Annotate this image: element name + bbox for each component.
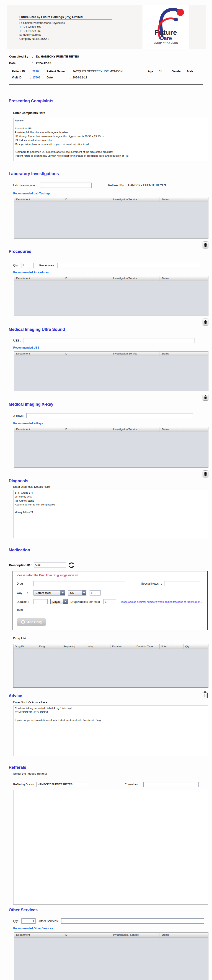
company-number: Company No.8417652-2	[19, 37, 112, 41]
way-qty-input[interactable]	[90, 590, 101, 595]
frequency-select[interactable]: OD	[68, 590, 87, 595]
drug-row: Drug : Special Notes :	[17, 581, 204, 586]
chevron-down-icon	[60, 590, 65, 595]
column-header-department: Department	[14, 352, 63, 356]
trash-icon	[204, 320, 207, 324]
column-header-status: Status	[160, 197, 208, 202]
patient-name-value: JACQUES GEOFFREY JOE MONDON	[72, 70, 148, 73]
colon: :	[156, 70, 159, 73]
meal-select-value: Before Meal	[34, 592, 53, 595]
company-email: E: jude@future.sc	[19, 33, 112, 37]
per-meal-input[interactable]	[103, 599, 116, 605]
clear-uss-table-button[interactable]	[202, 394, 208, 401]
procedures-qty-label: Qty :	[13, 264, 19, 267]
colon: :	[70, 70, 72, 73]
way-label: Way :	[17, 592, 34, 595]
trash-icon	[204, 243, 207, 247]
reffered-by-value: HANECKY FUENTE REYES	[128, 183, 166, 187]
duration-input[interactable]	[34, 599, 48, 605]
company-info: Future Care by Future Holdings (Pty) Lim…	[19, 15, 112, 41]
prescription-id-input[interactable]	[34, 563, 66, 568]
colon: :	[70, 76, 72, 79]
consulted-by-value: Dr. HANECKY FUENTE REYES	[36, 55, 79, 58]
consult-date-line: Date : 2024-12-13	[9, 61, 212, 65]
other-services-label: Other Services :	[39, 920, 59, 923]
special-notes-input[interactable]	[164, 581, 200, 586]
xray-input[interactable]	[26, 413, 193, 418]
consultant-input[interactable]	[143, 782, 199, 787]
recommended-other-services-link[interactable]: Recommended Other Services	[13, 927, 212, 930]
colon: :	[32, 61, 36, 65]
logo-word-care: Care♥	[160, 35, 172, 41]
complaints-sub-label: Enter Complaints Here	[13, 111, 212, 115]
special-notes-label: Special Notes :	[141, 582, 162, 585]
patient-name-label: Patient Name	[47, 70, 70, 73]
column-header-id: ID	[63, 197, 111, 202]
clear-procedures-table-button[interactable]	[202, 318, 208, 325]
chevron-down-icon	[82, 590, 86, 595]
fraction-note: Please add as decimal numbers when addin…	[119, 600, 204, 603]
lab-investigation-input[interactable]	[40, 183, 92, 188]
column-header-way: Way	[87, 644, 111, 649]
uss-input[interactable]	[23, 338, 194, 343]
reffering-doctor-input[interactable]	[36, 782, 88, 787]
clear-lab-table-button[interactable]	[202, 242, 208, 248]
section-title-diagnosis: Diagnosis	[9, 479, 212, 484]
recommended-procedures-link[interactable]: Recommended Procedures	[13, 271, 212, 274]
refresh-icon[interactable]	[68, 562, 74, 568]
procedures-table-body	[14, 281, 208, 316]
trash-icon	[204, 395, 207, 399]
section-title-advice: Advice	[9, 694, 202, 698]
duration-unit-select[interactable]: Day/s	[50, 599, 68, 605]
referral-list-box[interactable]	[13, 790, 208, 905]
visit-id-value: 17609	[32, 76, 47, 79]
duration-unit-value: Day/s	[51, 600, 61, 603]
recommended-xrays-link[interactable]: Recommended X-Rays	[13, 422, 212, 425]
chevron-down-icon	[63, 599, 67, 604]
procedures-input[interactable]	[57, 262, 201, 268]
add-circle-icon	[21, 620, 25, 624]
prescription-id-label: Prescription ID :	[9, 563, 32, 567]
column-header-note: Note	[159, 644, 184, 649]
other-services-field-row: Qty : Other Services :	[13, 918, 212, 924]
company-phone-2: T: +24 84 225 252	[19, 29, 112, 33]
diagnosis-textarea[interactable]: BPH Grade 3-4 LF kidney cyst RT Kidney s…	[13, 490, 208, 538]
column-header-department: Department	[14, 427, 63, 432]
clear-xray-table-button[interactable]	[202, 471, 208, 477]
reffered-by-label: Reffered By :	[108, 183, 125, 187]
xray-field-label: X-Rays :	[13, 414, 24, 417]
meal-select[interactable]: Before Meal	[34, 590, 65, 595]
lab-table: Department ID Investigation/Service Stat…	[14, 197, 208, 239]
consulted-by-label: Consulted By	[9, 55, 32, 58]
consulted-by-line: Consulted By : Dr. HANECKY FUENTE REYES	[9, 55, 212, 58]
advice-textarea[interactable]: Continue taking tamsolusin tab 0.4 mg 1 …	[13, 706, 208, 756]
other-services-input[interactable]	[61, 918, 204, 924]
complaints-textarea[interactable]: Review Abdominal US Prostate: 84.49 cubi…	[13, 118, 208, 161]
drug-input[interactable]	[34, 581, 125, 586]
patient-summary-bar: Patient ID : 7218 Patient Name : JACQUES…	[9, 68, 203, 84]
other-qty-input[interactable]	[21, 918, 35, 924]
column-header-id: ID	[63, 427, 111, 432]
procedures-qty-input[interactable]	[21, 262, 34, 268]
clear-advice-button[interactable]	[202, 691, 208, 700]
company-phone-1: T: +24 82 593 593	[19, 25, 112, 29]
reffering-doctor-label: Reffering Doctor	[13, 783, 34, 786]
duration-label: Duration :	[17, 600, 34, 603]
logo-tagline: Body Mind Soul	[143, 41, 189, 45]
recommended-lab-testings-link[interactable]: Recommended Lab Testings	[13, 192, 212, 195]
column-header-id: ID	[63, 276, 111, 281]
add-drug-button[interactable]: Add Drug	[17, 619, 46, 626]
lab-trash-row	[14, 242, 208, 248]
uss-trash-row	[14, 394, 208, 401]
consult-date-value: 2024-12-13	[36, 61, 51, 65]
way-row: Way : Before Meal OD	[17, 590, 204, 595]
column-header-status: Status	[160, 276, 208, 281]
drug-suggestion-note: Please select the Drug from Drug suggess…	[17, 574, 207, 577]
company-name: Future Care by Future Holdings (Pty) Lim…	[19, 15, 112, 20]
add-drug-label: Add Drug	[27, 620, 42, 624]
procedures-table: Department ID Investigation/Service Stat…	[14, 276, 208, 316]
drug-label: Drug :	[17, 582, 34, 585]
patient-gender-value: Male	[187, 70, 193, 73]
recommended-uss-link[interactable]: Recommended USS	[13, 346, 212, 349]
column-header-investigation: Investigation/Service	[111, 197, 160, 202]
